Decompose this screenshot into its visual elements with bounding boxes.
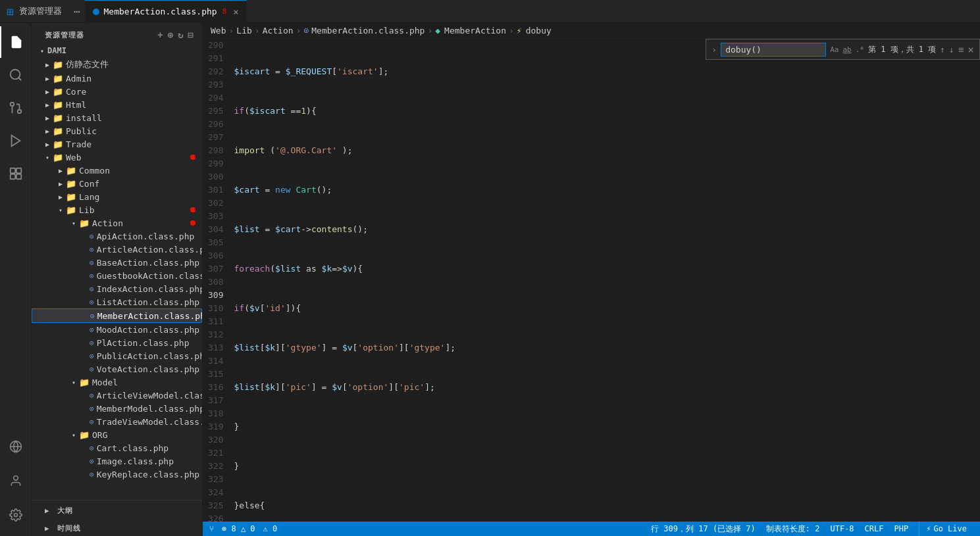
sidebar-item-lang[interactable]: ▶ 📁 Lang [32,190,202,203]
tab-size-indicator[interactable]: 制表符长度: 2 [766,524,820,535]
tab-memberaction[interactable]: MemberAction.class.php 8 × [85,0,246,23]
language-indicator[interactable]: PHP [894,524,909,533]
sidebar-item-public[interactable]: ▶ 📁 Public [32,124,202,137]
bc-action[interactable]: Action [263,26,294,36]
sidebar-item-apiaction[interactable]: ▶ ⊙ ApiAction.class.php [32,230,202,243]
root-label: DAMI [47,46,66,55]
sidebar-item-model[interactable]: ▾ 📁 Model [32,376,202,389]
find-whole-word-icon[interactable]: ab [842,45,851,54]
sidebar-item-install[interactable]: ▶ 📁 install [32,111,202,124]
breadcrumb: Web › Lib › Action › ⊙ MemberAction.clas… [203,23,980,39]
sidebar-item-lib[interactable]: ▾ 📁 Lib [32,203,202,216]
find-input[interactable] [721,43,826,57]
org-arrow: ▾ [68,429,79,440]
sidebar-item-tradeviewmodel-label: TradeViewModel.class.php [97,417,203,427]
sidebar-item-cart[interactable]: ▶ ⊙ Cart.class.php [32,441,202,454]
bc-sep2: › [255,26,260,36]
sidebar-title: 资源管理器 + ⊕ ↻ ⊟ [32,23,202,44]
extensions-icon[interactable] [0,158,32,189]
sidebar-item-trade[interactable]: ▶ 📁 Trade [32,137,202,151]
find-next-icon[interactable]: ↓ [949,45,954,55]
code-line-298: $list[$k]['pic'] = $v['option']['pic']; [234,381,980,394]
find-regex-icon[interactable]: .* [856,45,864,54]
new-file-icon[interactable]: + [157,30,163,40]
common-arrow: ▶ [55,165,66,176]
sidebar-item-lib-label: Lib [79,205,94,215]
sidebar-item-image[interactable]: ▶ ⊙ Image.class.php [32,454,202,468]
code-editor[interactable]: 290291292293294 295296297298299 30030130… [203,39,980,522]
collapse-icon[interactable]: ⊟ [188,30,194,40]
line-ending-indicator[interactable]: CRLF [865,524,884,533]
explorer-icon[interactable] [0,26,32,58]
action-folder-icon: 📁 [79,218,90,228]
sidebar-item-publicaction[interactable]: ▶ ⊙ PublicAction.class.php [32,349,202,362]
bc-dobuy[interactable]: dobuy [526,26,552,36]
encoding-indicator[interactable]: UTF-8 [830,524,854,533]
title-bar: ⊞ 资源管理器 ⋯ MemberAction.class.php 8 × [0,0,980,23]
sidebar-item-baseaction-label: BaseAction.class.php [97,258,200,268]
line-col-indicator[interactable]: 行 309，列 17 (已选择 7) [651,524,756,535]
public-folder-icon: 📁 [53,126,63,136]
sidebar-item-tradeviewmodel[interactable]: ▶ ⊙ TradeViewModel.class.php [32,415,202,428]
admin-arrow: ▶ [42,73,53,84]
errors-count[interactable]: ⊗ 8 △ 0 [222,524,255,533]
sidebar-item-piaction[interactable]: ▶ ⊙ PlAction.class.php [32,336,202,349]
sidebar-item-action[interactable]: ▾ 📁 Action [32,216,202,230]
sidebar-item-keyreplace[interactable]: ▶ ⊙ KeyReplace.class.php [32,468,202,481]
remote-explorer-icon[interactable] [0,431,32,462]
sidebar-item-articleviewmodel[interactable]: ▶ ⊙ ArticleViewModel.class.php [32,389,202,402]
source-control-icon[interactable] [0,92,32,124]
account-icon[interactable] [0,465,32,497]
sidebar-item-static[interactable]: ▶ 📁 仿静态文件 [32,57,202,72]
sidebar-item-articleaction-label: ArticleAction.class.php [97,245,203,255]
bc-lib[interactable]: Lib [236,26,251,36]
memberaction-file-icon: ⊙ [90,312,95,320]
sidebar-item-moodaction[interactable]: ▶ ⊙ MoodAction.class.php [32,323,202,336]
find-select-all-icon[interactable]: ≡ [958,44,964,55]
outline-title[interactable]: ▶ 大纲 [32,500,202,518]
tree-root-dami[interactable]: ▾ DAMI [32,44,202,57]
run-icon[interactable] [0,125,32,157]
sidebar-item-conf-label: Conf [79,179,99,189]
sidebar-item-trade-label: Trade [66,139,91,149]
tab-close-button[interactable]: × [233,7,238,17]
sidebar-item-core[interactable]: ▶ 📁 Core [32,85,202,98]
sidebar-item-membermodel[interactable]: ▶ ⊙ MemberModel.class.php [32,402,202,415]
find-match-case-icon[interactable]: Aa [830,45,838,54]
sidebar-item-common[interactable]: ▶ 📁 Common [32,164,202,177]
svg-rect-9 [16,174,20,179]
bc-memberaction-class[interactable]: MemberAction [444,26,506,36]
settings-icon[interactable] [0,499,32,531]
sidebar-item-conf[interactable]: ▶ 📁 Conf [32,177,202,190]
bc-web[interactable]: Web [211,26,226,36]
sidebar-item-voteaction[interactable]: ▶ ⊙ VoteAction.class.php [32,362,202,376]
code-line-301: }else{ [234,499,980,512]
search-icon[interactable] [0,59,32,91]
action-arrow: ▾ [68,218,79,228]
sidebar-item-listaction[interactable]: ▶ ⊙ ListAction.class.php [32,295,202,308]
sidebar-item-html[interactable]: ▶ 📁 Html [32,98,202,111]
sidebar-item-image-label: Image.class.php [97,456,174,466]
sidebar-item-org[interactable]: ▾ 📁 ORG [32,428,202,441]
sidebar-item-memberaction[interactable]: ▶ ⊙ MemberAction.class.php 8 [32,308,202,323]
bc-sep5: › [509,26,514,36]
sidebar-item-admin[interactable]: ▶ 📁 Admin [32,72,202,85]
sidebar-item-guestbookaction[interactable]: ▶ ⊙ GuestbookAction.class.php [32,269,202,282]
sidebar-item-indexaction[interactable]: ▶ ⊙ IndexAction.class.php [32,282,202,295]
bc-memberaction[interactable]: MemberAction.class.php [311,26,425,36]
svg-line-1 [18,78,21,80]
go-live-button[interactable]: ⚡ Go Live [919,522,973,536]
new-folder-icon[interactable]: ⊕ [168,30,174,40]
sidebar-item-web[interactable]: ▾ 📁 Web [32,151,202,164]
activity-bar [0,23,32,536]
find-prev-icon[interactable]: ↑ [940,45,945,55]
status-bar-left: ⑂ ⊗ 8 △ 0 ⚠ 0 [209,524,277,533]
sidebar-item-baseaction[interactable]: ▶ ⊙ BaseAction.class.php [32,256,202,269]
listaction-file-icon: ⊙ [90,298,94,306]
refresh-icon[interactable]: ↻ [178,30,184,40]
tab-more-icon[interactable]: ⋯ [68,5,86,18]
find-close-icon[interactable]: × [967,43,974,56]
sidebar-item-articleaction[interactable]: ▶ ⊙ ArticleAction.class.php [32,243,202,256]
timeline-title[interactable]: ▶ 时间线 [32,518,202,536]
warnings-count[interactable]: ⚠ 0 [263,524,278,533]
